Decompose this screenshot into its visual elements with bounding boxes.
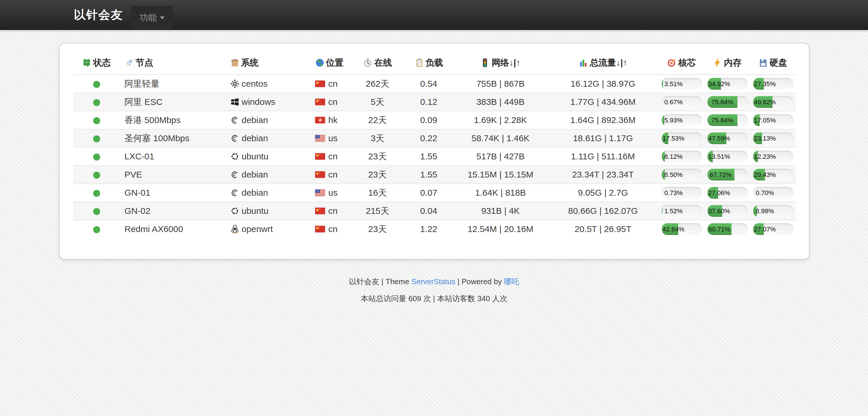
os-cell: ubuntu [225,202,310,220]
flag-us-icon [315,133,328,143]
cpu-progress-bar: 42.64% [661,223,701,235]
uptime-value: 215天 [351,202,404,220]
node-name: PVE [120,166,225,184]
cpu-progress-bar: 0.73% [661,187,701,199]
ram-progress-bar: 37.60% [707,205,747,217]
network-value: 15.15M | 15.15M [454,166,547,184]
cpu-cell: 42.64% [659,220,704,238]
status-cell [73,166,120,184]
uptime-value: 23天 [351,147,404,166]
disk-percent-label: 17.05% [754,114,776,126]
disk-cell: 23.13% [750,129,796,147]
disk-percent-label: 0.70% [756,187,774,199]
cpu-percent-label: 8.12% [664,151,683,162]
disk-progress-bar: 27.07% [753,223,793,235]
column-header-os: 系统 [225,54,310,75]
column-header-label: 硬盘 [770,57,787,67]
disk-cell: 12.23% [750,147,796,166]
cpu-percent-label: 0.67% [664,96,683,108]
location-code: us [328,133,338,143]
traffic-value: 20.5T | 26.95T [547,220,659,238]
node-name: Redmi AX6000 [120,220,225,238]
load-value: 0.54 [404,75,454,93]
node-name: 圣何塞 100Mbps [120,129,225,147]
column-header-network: 网络↓|↑ [454,54,547,75]
floppy-icon [758,58,768,69]
ram-cell: 34.92% [704,75,750,93]
column-header-cpu: 核芯 [659,54,704,75]
disk-progress-bar: 0.70% [753,187,793,199]
table-row[interactable]: 阿里轻量 centos cn 262天 0.54 755B | 867B 16.… [73,75,796,93]
column-header-uptime: 在线 [351,54,404,75]
load-value: 1.55 [404,147,454,166]
table-row[interactable]: 香港 500Mbps debian hk 22天 0.09 1.69K | 2.… [73,111,796,129]
disk-cell: 29.43% [750,166,796,184]
lightning-icon [713,58,722,69]
table-row[interactable]: 圣何塞 100Mbps debian us 3天 0.22 58.74K | 1… [73,129,796,147]
cpu-percent-label: 1.52% [664,205,683,217]
location-cell: cn [310,75,351,93]
cpu-percent-label: 42.64% [662,223,684,235]
traffic-value: 1.11G | 511.16M [547,147,659,166]
stopwatch-icon [363,58,372,69]
table-row[interactable]: Redmi AX6000 openwrt cn 23天 1.22 12.54M … [73,220,796,238]
powered-by-link[interactable]: 哪吒 [504,277,519,286]
menu-dropdown-toggle[interactable]: 功能 [131,6,173,29]
ram-cell: 47.59% [704,129,750,147]
flag-cn-icon [315,79,328,88]
flag-hk-icon [315,115,328,125]
node-name: GN-02 [120,202,225,220]
table-row[interactable]: LXC-01 ubuntu cn 23天 1.55 517B | 427B 1.… [73,147,796,166]
cpu-progress-bar: 1.52% [661,205,701,217]
table-row[interactable]: 阿里 ESC windows cn 5天 0.12 383B | 449B 1.… [73,93,796,111]
disk-percent-label: 29.43% [754,169,776,180]
ram-cell: 27.06% [704,184,750,202]
os-name: ubuntu [242,151,269,161]
table-row[interactable]: GN-01 debian us 16天 0.07 1.64K | 818B 9.… [73,184,796,202]
status-online-dot [93,135,100,142]
flag-cn-icon [315,169,328,179]
footer-visit-stats: 本站总访问量 609 次 | 本站访客数 340 人次 [0,294,868,304]
uptime-value: 262天 [351,75,404,93]
ram-cell: 37.60% [704,202,750,220]
debian-icon [230,115,242,125]
disk-cell: 49.62% [750,93,796,111]
theme-link[interactable]: ServerStatus [411,277,455,286]
ram-percent-label: 47.59% [708,132,730,144]
cpu-progress-bar: 8.50% [661,169,701,180]
brand-link[interactable]: 以针会友 [74,7,123,23]
column-header-location: 位置 [310,54,351,75]
os-cell: debian [225,166,310,184]
location-code: cn [328,151,338,161]
network-value: 517B | 427B [454,147,547,166]
location-cell: hk [310,111,351,129]
os-name: debian [242,115,268,125]
load-value: 0.09 [404,111,454,129]
status-cell [73,147,120,166]
cpu-cell: 8.50% [659,166,704,184]
traffic-value: 1.64G | 892.36M [547,111,659,129]
ram-cell: 67.72% [704,166,750,184]
ram-progress-bar: 13.51% [707,151,747,162]
table-row[interactable]: PVE debian cn 23天 1.55 15.15M | 15.15M 2… [73,166,796,184]
table-row[interactable]: GN-02 ubuntu cn 215天 0.04 931B | 4K 80.6… [73,202,796,220]
cpu-cell: 5.93% [659,111,704,129]
cpu-cell: 3.51% [659,75,704,93]
uptime-value: 23天 [351,166,404,184]
debian-icon [230,169,242,179]
cpu-progress-bar: 3.51% [661,78,701,90]
ram-progress-bar: 60.71% [707,223,747,235]
ubuntu-icon [230,151,242,161]
package-icon [230,58,239,69]
column-header-label: 总流量↓|↑ [590,57,627,67]
disk-cell: 8.98% [750,202,796,220]
node-name: 香港 500Mbps [120,111,225,129]
ram-percent-label: 67.72% [710,169,732,180]
cpu-cell: 1.52% [659,202,704,220]
location-code: cn [328,224,338,234]
network-value: 755B | 867B [454,75,547,93]
ram-cell: 13.51% [704,147,750,166]
os-cell: debian [225,111,310,129]
status-online-dot [93,226,100,233]
location-cell: cn [310,166,351,184]
